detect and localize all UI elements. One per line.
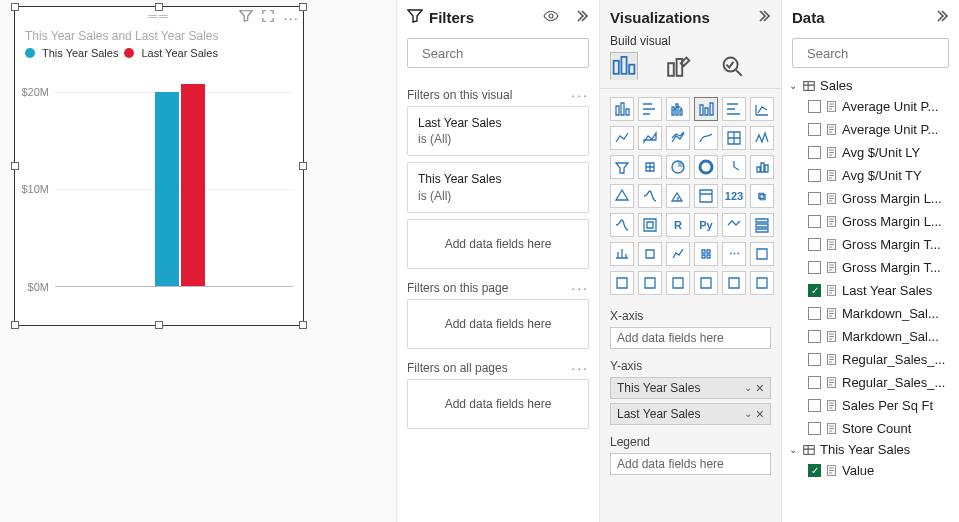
resize-handle[interactable] bbox=[155, 321, 163, 329]
viz-type-option[interactable] bbox=[750, 242, 774, 266]
viz-type-option[interactable] bbox=[666, 126, 690, 150]
resize-handle[interactable] bbox=[155, 3, 163, 11]
eye-icon[interactable] bbox=[543, 8, 559, 27]
collapse-pane-icon[interactable] bbox=[933, 8, 949, 27]
field-checkbox[interactable] bbox=[808, 464, 821, 477]
viz-type-option[interactable] bbox=[694, 242, 718, 266]
viz-type-option[interactable]: ⋯ bbox=[722, 242, 746, 266]
viz-type-option[interactable] bbox=[722, 97, 746, 121]
data-table-head[interactable]: ⌄This Year Sales bbox=[788, 440, 953, 459]
yaxis-field[interactable]: This Year Sales ⌄ × bbox=[610, 377, 771, 399]
chevron-down-icon[interactable]: ⌄ bbox=[744, 404, 752, 424]
remove-field-icon[interactable]: × bbox=[756, 404, 764, 424]
data-field-row[interactable]: Gross Margin T... bbox=[788, 256, 953, 279]
section-more-icon[interactable]: ··· bbox=[571, 88, 589, 102]
viz-type-option[interactable] bbox=[694, 126, 718, 150]
viz-type-option[interactable] bbox=[722, 213, 746, 237]
field-checkbox[interactable] bbox=[808, 284, 821, 297]
tab-build-visual[interactable] bbox=[610, 52, 638, 80]
data-field-row[interactable]: Gross Margin T... bbox=[788, 233, 953, 256]
viz-type-option[interactable] bbox=[638, 97, 662, 121]
viz-type-option[interactable] bbox=[638, 213, 662, 237]
resize-handle[interactable] bbox=[11, 162, 19, 170]
field-checkbox[interactable] bbox=[808, 192, 821, 205]
data-field-row[interactable]: Sales Per Sq Ft bbox=[788, 394, 953, 417]
viz-type-option[interactable] bbox=[750, 271, 774, 295]
viz-type-option[interactable]: ⧉ bbox=[750, 184, 774, 208]
viz-type-option[interactable] bbox=[638, 126, 662, 150]
viz-type-option[interactable] bbox=[750, 213, 774, 237]
field-checkbox[interactable] bbox=[808, 146, 821, 159]
field-checkbox[interactable] bbox=[808, 238, 821, 251]
viz-type-option[interactable] bbox=[638, 271, 662, 295]
collapse-pane-icon[interactable] bbox=[573, 8, 589, 27]
resize-handle[interactable] bbox=[11, 3, 19, 11]
resize-handle[interactable] bbox=[11, 321, 19, 329]
field-checkbox[interactable] bbox=[808, 100, 821, 113]
focus-mode-icon[interactable] bbox=[261, 9, 275, 26]
resize-handle[interactable] bbox=[299, 162, 307, 170]
data-search-input[interactable] bbox=[805, 45, 959, 62]
bar-last-year[interactable] bbox=[181, 84, 205, 286]
filters-search[interactable] bbox=[407, 38, 589, 68]
viz-type-option[interactable] bbox=[666, 97, 690, 121]
section-more-icon[interactable]: ··· bbox=[571, 281, 589, 295]
data-field-row[interactable]: Gross Margin L... bbox=[788, 210, 953, 233]
viz-type-option[interactable] bbox=[610, 97, 634, 121]
data-field-row[interactable]: Gross Margin L... bbox=[788, 187, 953, 210]
tab-analytics[interactable] bbox=[718, 52, 746, 80]
field-checkbox[interactable] bbox=[808, 169, 821, 182]
viz-type-option[interactable]: Py bbox=[694, 213, 718, 237]
viz-type-option[interactable] bbox=[694, 271, 718, 295]
data-field-row[interactable]: Markdown_Sal... bbox=[788, 325, 953, 348]
viz-type-option[interactable] bbox=[610, 213, 634, 237]
viz-type-option[interactable]: 123 bbox=[722, 184, 746, 208]
field-checkbox[interactable] bbox=[808, 399, 821, 412]
legend-dropzone[interactable]: Add data fields here bbox=[610, 453, 771, 475]
viz-type-option[interactable] bbox=[638, 242, 662, 266]
viz-type-option[interactable] bbox=[750, 126, 774, 150]
filters-search-input[interactable] bbox=[420, 45, 592, 62]
resize-handle[interactable] bbox=[299, 3, 307, 11]
field-checkbox[interactable] bbox=[808, 261, 821, 274]
data-search[interactable] bbox=[792, 38, 949, 68]
collapse-pane-icon[interactable] bbox=[755, 8, 771, 27]
viz-type-option[interactable] bbox=[610, 242, 634, 266]
section-more-icon[interactable]: ··· bbox=[571, 361, 589, 375]
yaxis-field[interactable]: Last Year Sales ⌄ × bbox=[610, 403, 771, 425]
data-field-row[interactable]: Markdown_Sal... bbox=[788, 302, 953, 325]
filter-dropzone[interactable]: Add data fields here bbox=[407, 379, 589, 429]
viz-type-option[interactable] bbox=[666, 155, 690, 179]
viz-type-option[interactable] bbox=[638, 184, 662, 208]
field-checkbox[interactable] bbox=[808, 307, 821, 320]
field-checkbox[interactable] bbox=[808, 123, 821, 136]
resize-handle[interactable] bbox=[299, 321, 307, 329]
viz-type-option[interactable] bbox=[666, 271, 690, 295]
field-checkbox[interactable] bbox=[808, 353, 821, 366]
viz-type-option[interactable] bbox=[610, 155, 634, 179]
more-options-icon[interactable]: ··· bbox=[283, 10, 299, 25]
filter-dropzone[interactable]: Add data fields here bbox=[407, 299, 589, 349]
field-checkbox[interactable] bbox=[808, 330, 821, 343]
viz-type-option[interactable] bbox=[750, 97, 774, 121]
viz-type-option[interactable] bbox=[694, 184, 718, 208]
viz-type-option[interactable] bbox=[610, 126, 634, 150]
filter-icon[interactable] bbox=[239, 9, 253, 26]
viz-type-option[interactable] bbox=[610, 184, 634, 208]
chart-visual-frame[interactable]: ══ ··· This Year Sales and Last Year Sal… bbox=[14, 6, 304, 326]
data-field-row[interactable]: Average Unit P... bbox=[788, 118, 953, 141]
field-checkbox[interactable] bbox=[808, 376, 821, 389]
data-field-row[interactable]: Last Year Sales bbox=[788, 279, 953, 302]
tab-format-visual[interactable] bbox=[664, 52, 692, 80]
viz-type-option[interactable] bbox=[722, 271, 746, 295]
data-field-row[interactable]: Store Count bbox=[788, 417, 953, 440]
bar-this-year[interactable] bbox=[155, 92, 179, 286]
viz-type-option[interactable] bbox=[638, 155, 662, 179]
viz-type-option[interactable] bbox=[694, 97, 718, 121]
filter-card[interactable]: This Year Sales is (All) bbox=[407, 162, 589, 212]
viz-type-option[interactable]: R bbox=[666, 213, 690, 237]
report-canvas[interactable]: ══ ··· This Year Sales and Last Year Sal… bbox=[0, 0, 396, 522]
data-field-row[interactable]: Average Unit P... bbox=[788, 95, 953, 118]
field-checkbox[interactable] bbox=[808, 422, 821, 435]
chevron-down-icon[interactable]: ⌄ bbox=[744, 378, 752, 398]
